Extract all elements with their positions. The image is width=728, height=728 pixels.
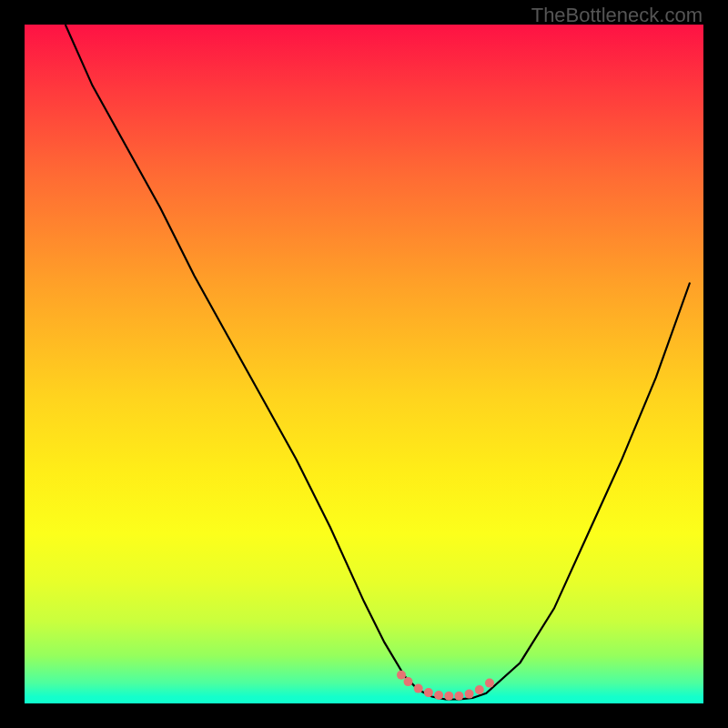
- highlight-dot: [434, 691, 443, 700]
- chart-svg: [25, 25, 703, 703]
- highlight-dot: [404, 677, 413, 686]
- highlight-dot: [454, 692, 463, 701]
- highlight-dot: [465, 690, 474, 699]
- highlight-dot: [475, 685, 484, 694]
- highlight-dot: [485, 679, 494, 688]
- highlight-dot: [397, 671, 406, 680]
- highlight-dot: [444, 692, 453, 701]
- plot-area: [25, 25, 703, 703]
- highlight-dot: [424, 688, 433, 697]
- chart-container: TheBottleneck.com: [0, 0, 728, 728]
- bottleneck-curve: [66, 25, 690, 700]
- highlight-dot: [414, 684, 423, 693]
